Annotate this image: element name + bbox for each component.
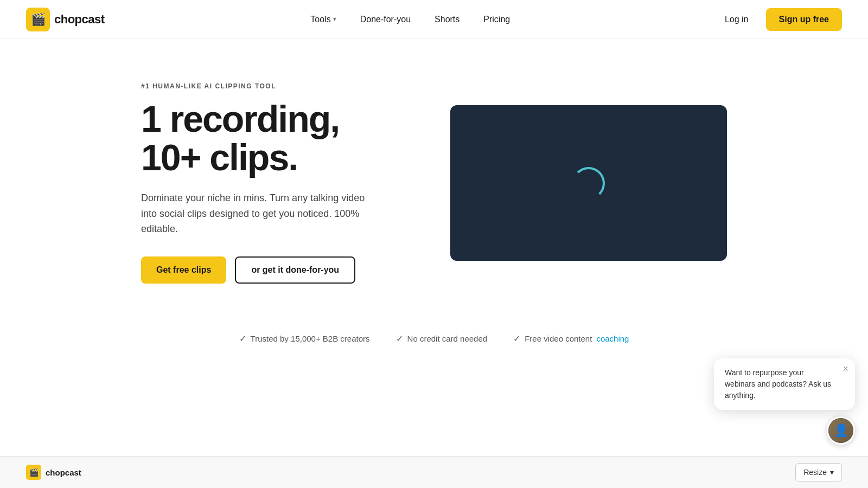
chat-avatar-row: 👤 bbox=[714, 416, 855, 445]
coaching-link[interactable]: coaching bbox=[596, 334, 629, 343]
avatar: 👤 bbox=[828, 418, 853, 443]
hero-description: Dominate your niche in mins. Turn any ta… bbox=[141, 190, 369, 237]
chat-bubble-text: Want to repurpose your webinars and podc… bbox=[725, 367, 844, 401]
get-free-clips-button[interactable]: Get free clips bbox=[141, 256, 226, 284]
trust-text-creators: Trusted by 15,000+ B2B creators bbox=[251, 334, 370, 343]
chat-avatar-button[interactable]: 👤 bbox=[827, 416, 855, 445]
hero-title-line1: 1 recording, bbox=[141, 98, 339, 139]
nav-actions: Log in Sign up free bbox=[716, 8, 842, 31]
chat-widget: × Want to repurpose your webinars and po… bbox=[714, 358, 855, 445]
chevron-down-icon: ▾ bbox=[333, 16, 336, 23]
hero-video-area bbox=[450, 105, 727, 261]
navbar: 🎬 chopcast Tools ▾ Done-for-you Shorts P… bbox=[0, 0, 868, 39]
hero-content: #1 HUMAN-LIKE AI CLIPPING TOOL 1 recordi… bbox=[141, 82, 418, 284]
hero-section: #1 HUMAN-LIKE AI CLIPPING TOOL 1 recordi… bbox=[54, 39, 814, 316]
logo-text: chopcast bbox=[54, 12, 105, 27]
nav-tools[interactable]: Tools ▾ bbox=[301, 10, 346, 29]
loading-spinner bbox=[572, 167, 605, 200]
trust-text-credit: No credit card needed bbox=[407, 334, 488, 343]
resize-dropdown[interactable]: Resize ▾ bbox=[795, 463, 842, 481]
chat-bubble: × Want to repurpose your webinars and po… bbox=[714, 358, 855, 410]
chevron-down-icon: ▾ bbox=[830, 468, 834, 477]
trust-item-creators: ✓ Trusted by 15,000+ B2B creators bbox=[239, 333, 370, 344]
bottom-logo-text: chopcast bbox=[46, 468, 81, 477]
done-for-you-button[interactable]: or get it done-for-you bbox=[235, 256, 355, 284]
nav-done-for-you[interactable]: Done-for-you bbox=[350, 10, 420, 29]
check-icon-3: ✓ bbox=[513, 333, 520, 344]
signup-button[interactable]: Sign up free bbox=[766, 8, 842, 31]
nav-pricing[interactable]: Pricing bbox=[474, 10, 520, 29]
bottom-logo-icon: 🎬 bbox=[26, 465, 41, 480]
check-icon: ✓ bbox=[239, 333, 246, 344]
trust-item-coaching: ✓ Free video content coaching bbox=[513, 333, 629, 344]
hero-title: 1 recording, 10+ clips. bbox=[141, 100, 418, 177]
chat-close-button[interactable]: × bbox=[843, 364, 848, 374]
nav-links: Tools ▾ Done-for-you Shorts Pricing bbox=[301, 10, 520, 29]
resize-label: Resize bbox=[803, 468, 827, 477]
trust-item-credit-card: ✓ No credit card needed bbox=[396, 333, 488, 344]
hero-cta-buttons: Get free clips or get it done-for-you bbox=[141, 256, 418, 284]
bottom-logo: 🎬 chopcast bbox=[26, 465, 81, 480]
hero-tag: #1 HUMAN-LIKE AI CLIPPING TOOL bbox=[141, 82, 418, 90]
trust-text-coaching: Free video content bbox=[525, 334, 592, 343]
bottom-bar: 🎬 chopcast Resize ▾ bbox=[0, 456, 868, 488]
check-icon-2: ✓ bbox=[396, 333, 403, 344]
logo-icon: 🎬 bbox=[26, 8, 50, 31]
login-button[interactable]: Log in bbox=[716, 10, 757, 29]
video-player[interactable] bbox=[450, 105, 727, 261]
hero-title-line2: 10+ clips. bbox=[141, 137, 297, 178]
nav-shorts[interactable]: Shorts bbox=[425, 10, 469, 29]
logo-link[interactable]: 🎬 chopcast bbox=[26, 8, 105, 31]
trust-bar: ✓ Trusted by 15,000+ B2B creators ✓ No c… bbox=[0, 316, 868, 361]
